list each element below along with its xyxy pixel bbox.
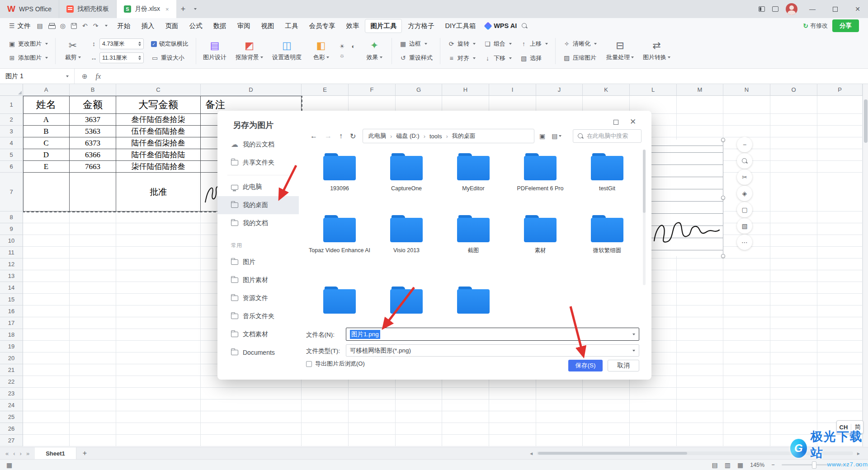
cell-A9[interactable]: [23, 223, 70, 235]
row-header-5[interactable]: 5: [0, 149, 23, 161]
cell-P7[interactable]: [817, 173, 863, 212]
cell-O18[interactable]: [770, 329, 817, 341]
cell-A22[interactable]: [23, 376, 70, 388]
cell-B17[interactable]: [70, 317, 116, 329]
row-header-16[interactable]: 16: [0, 306, 23, 317]
cell-P4[interactable]: [817, 137, 863, 149]
cell-C8[interactable]: [116, 212, 201, 223]
cell-B19[interactable]: [70, 341, 116, 352]
menu-tab-12[interactable]: DIY工具箱: [440, 19, 481, 33]
cell-M3[interactable]: [677, 126, 723, 137]
cell-A15[interactable]: [23, 294, 70, 306]
row-header-20[interactable]: 20: [0, 352, 23, 364]
cell-C1[interactable]: 大写金额: [116, 96, 201, 114]
cell-P14[interactable]: [817, 282, 863, 294]
cell-N14[interactable]: [723, 282, 770, 294]
cell-E24[interactable]: [302, 400, 349, 411]
change-picture-button[interactable]: ▣更改图片: [5, 38, 51, 49]
row-header-22[interactable]: 22: [0, 376, 23, 388]
cell-P8[interactable]: [817, 212, 863, 223]
qat-more-icon[interactable]: [105, 25, 108, 27]
col-header-O[interactable]: O: [770, 84, 817, 96]
cell-P1[interactable]: [817, 96, 863, 114]
cell-P20[interactable]: [817, 352, 863, 364]
resize-handle-top-right[interactable]: [721, 138, 725, 142]
menu-tab-10[interactable]: 图片工具: [365, 19, 402, 33]
cell-L24[interactable]: [630, 400, 677, 411]
cell-M26[interactable]: [677, 423, 723, 435]
resize-handle-right[interactable]: [721, 196, 725, 200]
cell-C10[interactable]: [116, 235, 201, 247]
sharpen-button[interactable]: ✧清晰化: [560, 38, 599, 49]
prev-sheet-icon[interactable]: ‹: [13, 450, 15, 457]
cell-B13[interactable]: [70, 270, 116, 282]
cell-P23[interactable]: [817, 388, 863, 400]
cell-C20[interactable]: [116, 352, 201, 364]
lock-ratio-checkbox[interactable]: ✓锁定纵横比: [148, 38, 191, 49]
cell-M23[interactable]: [677, 388, 723, 400]
cell-C7[interactable]: 批准: [116, 173, 201, 212]
dialog-close-icon[interactable]: ✕: [630, 117, 636, 127]
crop-button[interactable]: ✂: [737, 169, 752, 185]
smart-fill-icon[interactable]: ⊕: [82, 72, 88, 80]
next-sheet-icon[interactable]: ›: [20, 450, 22, 457]
cell-N2[interactable]: [723, 114, 770, 126]
style-button[interactable]: ▧: [737, 218, 752, 234]
cell-O23[interactable]: [770, 388, 817, 400]
folder-tile-0[interactable]: 193096: [306, 152, 373, 214]
last-sheet-icon[interactable]: »: [26, 450, 29, 457]
col-header-E[interactable]: E: [302, 84, 349, 96]
cell-B27[interactable]: [70, 435, 116, 446]
cell-C14[interactable]: [116, 282, 201, 294]
cell-I25[interactable]: [489, 411, 536, 423]
cell-P24[interactable]: [817, 400, 863, 411]
cell-O21[interactable]: [770, 364, 817, 376]
close-document-icon[interactable]: ×: [165, 6, 169, 13]
cell-B5[interactable]: 6366: [70, 149, 116, 161]
cell-A27[interactable]: [23, 435, 70, 446]
cell-J24[interactable]: [536, 400, 583, 411]
page-break-icon[interactable]: ▦: [737, 462, 743, 468]
cell-B12[interactable]: [70, 258, 116, 270]
cell-H23[interactable]: [442, 388, 489, 400]
cell-P9[interactable]: [817, 223, 863, 235]
dialog-scrollbar[interactable]: [643, 150, 646, 285]
cell-M12[interactable]: [677, 258, 723, 270]
reset-style-button[interactable]: ↺重设样式: [396, 52, 435, 63]
cell-O12[interactable]: [770, 258, 817, 270]
add-picture-button[interactable]: ⊞添加图片: [5, 52, 51, 63]
cell-A17[interactable]: [23, 317, 70, 329]
apps-icon[interactable]: [772, 6, 778, 12]
cell-O3[interactable]: [770, 126, 817, 137]
cell-F26[interactable]: [349, 423, 396, 435]
menu-tab-0[interactable]: 开始: [112, 19, 135, 33]
compress-button[interactable]: ▨压缩图片: [560, 52, 599, 63]
folder-tile-3[interactable]: PDFelement 6 Pro: [507, 152, 574, 214]
save-icon[interactable]: [71, 23, 77, 29]
sidebar-item-common-1[interactable]: 图片素材: [217, 271, 299, 289]
cell-B11[interactable]: [70, 247, 116, 258]
set-transparency-button[interactable]: ◫设置透明度: [270, 37, 304, 66]
cell-B10[interactable]: [70, 235, 116, 247]
cell-D27[interactable]: [201, 435, 302, 446]
folder-tile-9[interactable]: 微软繁细圆: [574, 214, 641, 286]
cell-J25[interactable]: [536, 411, 583, 423]
workspace-icon[interactable]: [759, 6, 765, 12]
cell-M2[interactable]: [677, 114, 723, 126]
first-sheet-icon[interactable]: «: [5, 450, 9, 457]
cell-A12[interactable]: [23, 258, 70, 270]
more-options-button[interactable]: ⋯: [737, 235, 752, 250]
cell-P10[interactable]: [817, 235, 863, 247]
col-header-A[interactable]: A: [23, 84, 70, 96]
col-header-N[interactable]: N: [723, 84, 770, 96]
cell-D23[interactable]: [201, 388, 302, 400]
cell-N19[interactable]: [723, 341, 770, 352]
col-header-D[interactable]: D: [201, 84, 302, 96]
cell-N22[interactable]: [723, 376, 770, 388]
rotate-button[interactable]: ⟳旋转: [445, 38, 478, 49]
align-button[interactable]: ≡对齐: [445, 53, 478, 64]
cell-N26[interactable]: [723, 423, 770, 435]
folder-tile-5[interactable]: Topaz Video Enhance AI: [306, 214, 373, 286]
cell-N16[interactable]: [723, 306, 770, 317]
cell-C22[interactable]: [116, 376, 201, 388]
